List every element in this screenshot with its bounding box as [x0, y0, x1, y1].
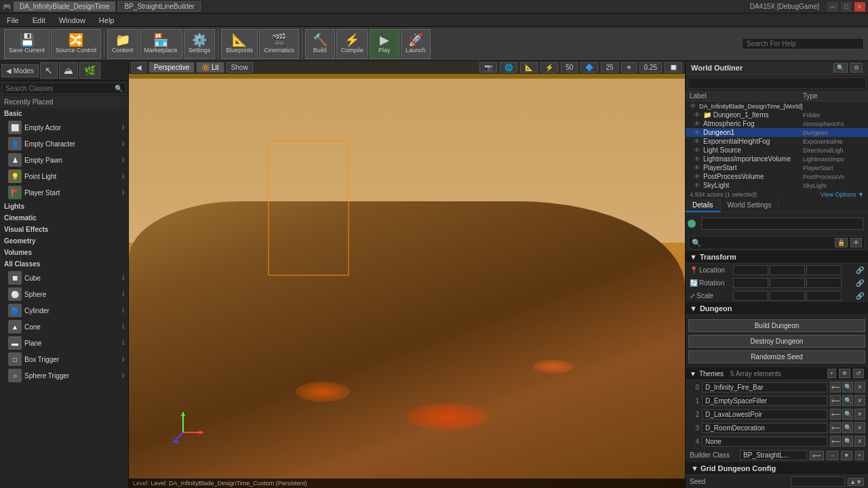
viewport-icon1[interactable]: 🔷 — [580, 62, 598, 73]
lights-section-label[interactable]: Lights — [0, 201, 128, 212]
viewport-perspective[interactable]: Perspective — [149, 62, 194, 73]
scale-lock-icon[interactable]: 🔗 — [856, 292, 864, 300]
theme-search-btn-2[interactable]: 🔍 — [842, 409, 853, 420]
scale-z-input[interactable]: 1.0 — [806, 291, 842, 301]
menu-edit[interactable]: Edit — [28, 16, 50, 25]
outliner-item-atmo-fog[interactable]: 👁 Atmospheric Fog AtmosphericFo — [686, 119, 868, 128]
theme-search-btn-0[interactable]: 🔍 — [842, 382, 853, 392]
actor-item-plane[interactable]: ▬ Plane ℹ — [0, 335, 128, 351]
details-tab-world-settings[interactable]: World Settings — [721, 199, 779, 212]
close-button[interactable]: ✕ — [854, 2, 865, 12]
maximize-button[interactable]: □ — [841, 2, 852, 12]
actor-item-cylinder[interactable]: 🔵 Cylinder ℹ — [0, 302, 128, 319]
location-lock-icon[interactable]: 🔗 — [856, 266, 864, 274]
basic-section-label[interactable]: Basic — [0, 108, 128, 119]
geometry-section-label[interactable]: Geometry — [0, 235, 128, 247]
themes-add-icon[interactable]: + — [827, 369, 836, 378]
viewport-toggle2[interactable]: 🌐 — [500, 62, 517, 73]
outliner-item-dungeon1[interactable]: 👁 Dungeon1 Dungeon — [686, 128, 868, 137]
theme-clear-btn-2[interactable]: ✕ — [854, 409, 865, 420]
seed-input[interactable]: 10806 — [791, 476, 845, 487]
rotation-lock-icon[interactable]: 🔗 — [856, 279, 864, 287]
viewport-toggle3[interactable]: 📐 — [520, 62, 538, 73]
location-y-input[interactable]: 0.0 cm — [770, 265, 805, 275]
transform-section-header[interactable]: ▼ Transform — [686, 251, 868, 264]
scale-x-input[interactable]: 1.0 — [733, 291, 768, 301]
actor-item-box-trigger[interactable]: □ Box Trigger ℹ — [0, 351, 128, 367]
search-classes-input[interactable] — [5, 85, 115, 92]
help-search-input[interactable] — [747, 40, 859, 47]
rotation-y-input[interactable]: 0.0° — [770, 278, 805, 288]
select-mode-button[interactable]: ↖ — [40, 62, 58, 79]
visual-effects-section-label[interactable]: Visual Effects — [0, 224, 128, 235]
outliner-item-exp-fog[interactable]: 👁 ExponentialHeightFog ExponentialHe — [686, 137, 868, 146]
blueprints-button[interactable]: 📐 Blueprints — [221, 29, 258, 59]
viewport-nav-back[interactable]: ◀ — [132, 62, 146, 73]
details-lock-icon[interactable]: 🔒 — [835, 238, 848, 247]
dungeon-section-header[interactable]: ▼ Dungeon — [686, 302, 868, 315]
themes-eye-icon[interactable]: 👁 — [839, 369, 850, 378]
save-current-button[interactable]: 💾 Save Current — [4, 29, 50, 59]
theme-search-btn-3[interactable]: 🔍 — [842, 422, 853, 433]
settings-button[interactable]: ⚙️ Settings — [184, 29, 216, 59]
viewport-canvas[interactable] — [129, 79, 685, 488]
compile-button[interactable]: ⚡ Compile — [336, 29, 368, 59]
builder-class-extra-btn[interactable]: + — [855, 451, 864, 460]
menu-window[interactable]: Window — [55, 16, 90, 25]
modes-button[interactable]: ◀ Modes — [1, 64, 39, 77]
actor-item-empty-character[interactable]: 👤 Empty Character ℹ — [0, 136, 128, 152]
theme-search-btn-1[interactable]: 🔍 — [842, 395, 853, 406]
actor-item-empty-pawn[interactable]: ♟ Empty Pawn ℹ — [0, 152, 128, 168]
actor-item-sphere[interactable]: ⚪ Sphere ℹ — [0, 286, 128, 302]
actor-item-point-light[interactable]: 💡 Point Light ℹ — [0, 168, 128, 184]
minimize-button[interactable]: ─ — [827, 2, 838, 12]
themes-section-header[interactable]: ▼ Themes 5 Array elements + 👁 ↺ — [686, 367, 868, 380]
scale-y-input[interactable]: 1.0 — [770, 291, 805, 301]
seed-spinner[interactable]: ▲▼ — [848, 478, 864, 486]
outliner-item-dungeon-items[interactable]: 👁 📁 Dungeon_1_Items Folder — [686, 110, 868, 119]
details-name-input[interactable]: Dungeon1 — [701, 218, 863, 230]
location-z-input[interactable]: 0.0 cm — [806, 265, 842, 275]
actor-item-cone[interactable]: ▲ Cone ℹ — [0, 319, 128, 335]
viewport-lit[interactable]: 🔆 Lit — [197, 62, 223, 73]
outliner-settings-icon[interactable]: ⚙ — [850, 63, 863, 73]
details-search-input[interactable] — [704, 239, 832, 247]
viewport-stat3[interactable]: 0.25 — [639, 62, 662, 73]
theme-clear-btn-1[interactable]: ✕ — [854, 395, 865, 406]
outliner-item-lightmass[interactable]: 👁 LightmassImportanceVolume LightmassImp… — [686, 155, 868, 163]
marketplace-button[interactable]: 🏪 Marketplace — [140, 29, 182, 59]
theme-clear-btn-3[interactable]: ✕ — [854, 422, 865, 433]
all-classes-section-label[interactable]: All Classes — [0, 258, 128, 270]
outliner-search-input[interactable] — [691, 79, 863, 87]
landscape-mode-button[interactable]: ⛰ — [59, 62, 78, 79]
theme-use-btn-3[interactable]: ⟵ — [830, 422, 841, 433]
viewport-stat2[interactable]: 25 — [601, 62, 618, 73]
rotation-z-input[interactable]: 0.0° — [806, 278, 842, 288]
theme-clear-btn-4[interactable]: ✕ — [854, 436, 865, 447]
actor-item-empty-actor[interactable]: ⬜ Empty Actor ℹ — [0, 119, 128, 136]
theme-use-btn-0[interactable]: ⟵ — [830, 382, 841, 392]
viewport-icon3[interactable]: 🔲 — [665, 62, 682, 73]
theme-use-btn-1[interactable]: ⟵ — [830, 395, 841, 406]
viewport-toggle4[interactable]: ⚡ — [540, 62, 558, 73]
location-x-input[interactable]: 0.0 cm — [733, 265, 768, 275]
actor-item-sphere-trigger[interactable]: ○ Sphere Trigger ℹ — [0, 367, 128, 384]
outliner-item-world[interactable]: 👁 DA_InfinityBlade_DesignTime_[World] — [686, 102, 868, 110]
builder-class-clear-btn[interactable]: ▼ — [841, 451, 852, 460]
tab-bp-straightline[interactable]: BP_StraightLineBuilder — [118, 1, 200, 12]
build-dungeon-button[interactable]: Build Dungeon — [688, 319, 865, 332]
grid-dungeon-config-header[interactable]: ▼ Grid Dungeon Config — [686, 462, 868, 475]
cinematics-button[interactable]: 🎬 Cinematics — [259, 29, 299, 59]
outliner-search-icon[interactable]: 🔍 — [833, 63, 848, 73]
outliner-item-sky-light[interactable]: 👁 SkyLight SkyLight — [686, 181, 868, 190]
outliner-item-player-start[interactable]: 👁 PlayerStart PlayerStart — [686, 163, 868, 172]
builder-class-browse-btn[interactable]: ⟵ — [810, 451, 824, 460]
outliner-item-light-source[interactable]: 👁 Light Source DirectionalLigh — [686, 146, 868, 155]
build-button[interactable]: 🔨 Build — [305, 29, 335, 59]
theme-clear-btn-0[interactable]: ✕ — [854, 382, 865, 392]
viewport-show[interactable]: Show — [226, 62, 253, 73]
theme-use-btn-4[interactable]: ⟵ — [830, 436, 841, 447]
actor-item-player-start[interactable]: 🚩 Player Start ℹ — [0, 184, 128, 201]
themes-reset-icon[interactable]: ↺ — [853, 369, 864, 378]
volumes-section-label[interactable]: Volumes — [0, 247, 128, 258]
